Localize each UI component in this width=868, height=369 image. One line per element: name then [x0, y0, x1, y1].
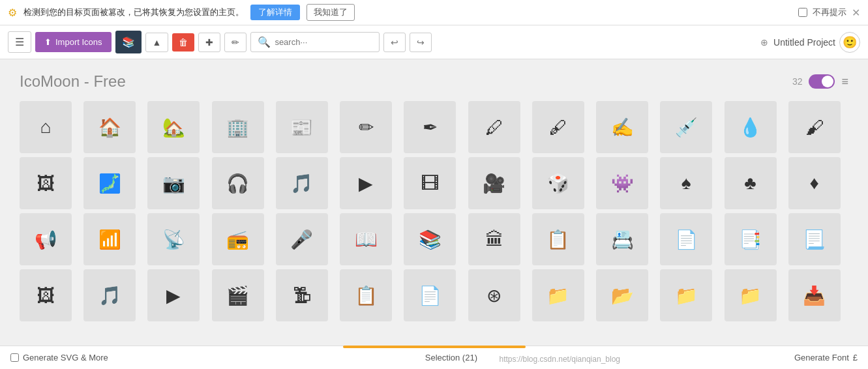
notification-bar: ⚙ 检测到您的目标页面被篡改，已将其恢复为您设置的主页。 了解详情 我知道了 不… — [0, 0, 868, 25]
upload-icon: ⬆ — [44, 37, 52, 47]
icon-cell-newspaper[interactable]: 📰 — [276, 101, 328, 153]
icon-cell-home3[interactable]: 🏡 — [147, 101, 200, 153]
icon-cell-file-music[interactable]: 🎵 — [83, 269, 136, 321]
icon-cell-music[interactable]: 🎵 — [276, 157, 328, 209]
icon-cell-library[interactable]: 🏛 — [468, 213, 520, 265]
icon-cell-profile[interactable]: 📇 — [596, 213, 648, 265]
icon-cell-headphones[interactable]: 🎧 — [212, 157, 264, 209]
menu-button[interactable]: ☰ — [8, 31, 31, 53]
icon-cell-pen2[interactable]: ✍ — [596, 101, 648, 153]
icon-cell-book[interactable]: 📖 — [340, 213, 392, 265]
icon-cell-stack[interactable]: ⊛ — [468, 269, 520, 321]
import-icons-button[interactable]: ⬆ Import Icons — [35, 32, 112, 52]
icon-cell-books[interactable]: 📚 — [404, 213, 456, 265]
icon-cell-folder-minus[interactable]: 📁 — [725, 269, 777, 321]
selection-progress-bar — [343, 346, 526, 348]
iconset-controls: 32 ≡ — [792, 74, 848, 89]
icon-cell-folder-plus[interactable]: 📁 — [660, 269, 712, 321]
iconset-title: IcoMoon - Free — [20, 72, 126, 91]
main-content: IcoMoon - Free 32 ≡ ⌂🏠🏡🏢📰✏✒🖊🖋✍💉💧🖌🖼🗾📷🎧🎵▶🎞… — [0, 59, 868, 353]
delete-button[interactable]: 🗑 — [172, 33, 194, 52]
search-box: 🔍 — [250, 32, 380, 52]
icon-cell-droplet[interactable]: 💧 — [725, 101, 777, 153]
icon-cell-diamonds[interactable]: ♦ — [788, 157, 841, 209]
close-icon[interactable]: ✕ — [852, 7, 860, 19]
icon-cell-film[interactable]: 🎞 — [404, 157, 456, 209]
icon-count: 32 — [792, 76, 803, 87]
import-label: Import Icons — [55, 37, 102, 47]
icon-cell-quill[interactable]: 🖊 — [468, 101, 520, 153]
notification-text: 检测到您的目标页面被篡改，已将其恢复为您设置的主页。 — [23, 7, 244, 18]
icon-cell-folder-open[interactable]: 📂 — [596, 269, 648, 321]
icon-cell-clubs[interactable]: ♣ — [725, 157, 777, 209]
menu-lines-icon[interactable]: ≡ — [841, 75, 848, 89]
search-input[interactable] — [275, 37, 372, 47]
icon-cell-file-zip[interactable]: 🗜 — [276, 269, 328, 321]
avatar-button[interactable]: 🙂 — [839, 32, 860, 53]
icon-cell-camera[interactable]: 📷 — [147, 157, 200, 209]
icon-cell-pencil2[interactable]: ✒ — [404, 101, 456, 153]
icon-cell-dice[interactable]: 🎲 — [532, 157, 584, 209]
icon-cell-dropper[interactable]: 💉 — [660, 101, 712, 153]
icon-cell-paint[interactable]: 🖌 — [788, 101, 841, 153]
icon-cell-office[interactable]: 🏢 — [212, 101, 264, 153]
icon-cell-spades[interactable]: ♠ — [660, 157, 712, 209]
no-remind-checkbox[interactable] — [798, 8, 807, 17]
icon-cell-file-play[interactable]: ▶ — [147, 269, 200, 321]
icon-cell-play[interactable]: ▶ — [340, 157, 392, 209]
icon-cell-file1[interactable]: 📄 — [660, 213, 712, 265]
toolbar: ☰ ⬆ Import Icons 📚 ▲ 🗑 ✚ ✏ 🔍 ↩ ↪ ⊕ Untit… — [0, 25, 868, 59]
detail-button[interactable]: 了解详情 — [250, 5, 300, 20]
iconset-header: IcoMoon - Free 32 ≡ — [20, 72, 848, 91]
edit-tool-button[interactable]: ✏ — [224, 33, 247, 52]
icon-cell-home1[interactable]: ⌂ — [20, 101, 72, 153]
icon-cell-camera2[interactable]: 🎥 — [468, 157, 520, 209]
smiley-icon: 🙂 — [843, 35, 857, 50]
move-tool-button[interactable]: ✚ — [198, 33, 220, 52]
toggle-switch[interactable] — [809, 74, 835, 89]
warning-icon: ⚙ — [8, 7, 17, 19]
icon-grid: ⌂🏠🏡🏢📰✏✒🖊🖋✍💉💧🖌🖼🗾📷🎧🎵▶🎞🎥🎲👾♠♣♦📢📶📡📻🎤📖📚🏛📋📇📄📑📃🖼… — [20, 101, 848, 321]
icon-cell-image2[interactable]: 🗾 — [83, 157, 136, 209]
icon-cell-radio[interactable]: 📻 — [212, 213, 264, 265]
icon-cell-folder-down[interactable]: 📥 — [788, 269, 841, 321]
icon-cell-file-video[interactable]: 🎬 — [212, 269, 264, 321]
icon-cell-mic[interactable]: 🎤 — [276, 213, 328, 265]
icon-cell-bullhorn[interactable]: 📢 — [20, 213, 72, 265]
icon-cell-file2[interactable]: 📑 — [725, 213, 777, 265]
icon-cell-paste[interactable]: 📄 — [404, 269, 456, 321]
icomoon-button[interactable]: 📚 — [115, 31, 142, 53]
icon-cell-image1[interactable]: 🖼 — [20, 157, 72, 209]
icon-cell-folder[interactable]: 📁 — [532, 269, 584, 321]
icon-cell-pen1[interactable]: 🖋 — [532, 101, 584, 153]
icon-cell-doc1[interactable]: 📋 — [532, 213, 584, 265]
icon-cell-copy[interactable]: 📋 — [340, 269, 392, 321]
ok-button[interactable]: 我知道了 — [307, 4, 355, 21]
icomoon-icon: 📚 — [122, 37, 135, 48]
icon-cell-file-img[interactable]: 🖼 — [20, 269, 72, 321]
icon-cell-home2[interactable]: 🏠 — [83, 101, 136, 153]
project-name[interactable]: Untitled Project — [773, 37, 835, 48]
icon-cell-wifi[interactable]: 📶 — [83, 213, 136, 265]
layers-icon: ⊕ — [760, 37, 768, 48]
icon-cell-file3[interactable]: 📃 — [788, 213, 841, 265]
select-tool-button[interactable]: ▲ — [145, 33, 169, 52]
icon-cell-pencil1[interactable]: ✏ — [340, 101, 392, 153]
redo-button[interactable]: ↪ — [410, 33, 432, 52]
icon-cell-podcast[interactable]: 📡 — [147, 213, 200, 265]
project-area: ⊕ Untitled Project — [760, 37, 835, 48]
undo-button[interactable]: ↩ — [383, 33, 406, 52]
search-icon: 🔍 — [258, 36, 271, 48]
notify-right: 不再提示 ✕ — [798, 7, 860, 19]
icon-cell-pacman[interactable]: 👾 — [596, 157, 648, 209]
no-remind-label: 不再提示 — [813, 7, 846, 18]
